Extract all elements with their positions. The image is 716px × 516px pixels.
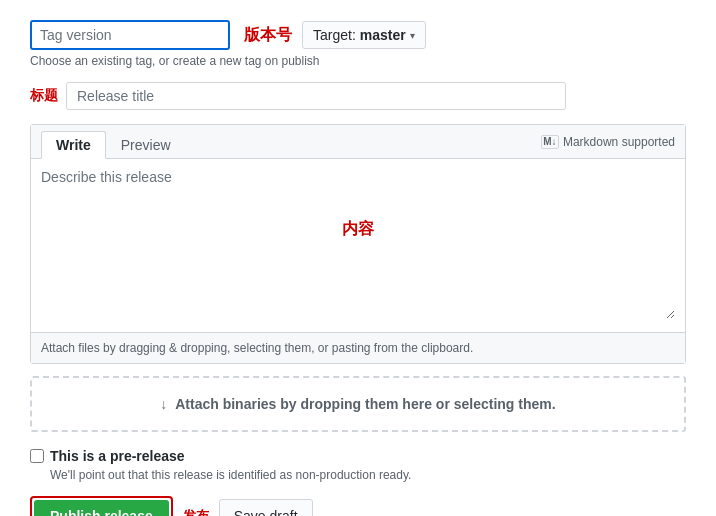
markdown-icon: M↓	[541, 135, 559, 149]
tab-write[interactable]: Write	[41, 131, 106, 159]
tag-version-input[interactable]	[30, 20, 230, 50]
pre-release-label: This is a pre-release	[50, 448, 185, 464]
release-description-textarea[interactable]	[41, 169, 675, 319]
editor-body: 内容	[31, 159, 685, 332]
target-value: master	[360, 27, 406, 43]
version-annotation: 版本号	[244, 25, 292, 46]
target-dropdown-button[interactable]: Target: master ▾	[302, 21, 426, 49]
tag-hint: Choose an existing tag, or create a new …	[30, 54, 686, 68]
pre-release-section: This is a pre-release We'll point out th…	[30, 448, 686, 482]
title-annotation: 标题	[30, 87, 58, 105]
save-draft-button[interactable]: Save draft	[219, 499, 313, 516]
editor-footer: Attach files by dragging & dropping, sel…	[31, 332, 685, 363]
pre-release-description: We'll point out that this release is ide…	[50, 468, 686, 482]
editor-tabs: Write Preview M↓ Markdown supported	[31, 125, 685, 159]
tag-row: 版本号 Target: master ▾	[30, 20, 686, 50]
attach-binaries-label: Attach binaries by dropping them here or…	[175, 396, 555, 412]
publish-release-button[interactable]: Publish release	[34, 500, 169, 516]
pre-release-row: This is a pre-release	[30, 448, 686, 464]
title-row: 标题	[30, 82, 686, 110]
markdown-badge: M↓ Markdown supported	[541, 135, 675, 149]
page-wrapper: 版本号 Target: master ▾ Choose an existing …	[30, 20, 686, 516]
pre-release-checkbox[interactable]	[30, 449, 44, 463]
target-label: Target:	[313, 27, 356, 43]
chevron-down-icon: ▾	[410, 30, 415, 41]
download-icon: ↓	[160, 396, 167, 412]
editor-section: Write Preview M↓ Markdown supported 内容 A…	[30, 124, 686, 364]
publish-button-wrapper: Publish release	[30, 496, 173, 516]
actions-row: Publish release 发布 Save draft	[30, 496, 686, 516]
markdown-label: Markdown supported	[563, 135, 675, 149]
publish-annotation: 发布	[183, 507, 209, 516]
release-title-input[interactable]	[66, 82, 566, 110]
tabs-left: Write Preview	[41, 131, 186, 152]
tab-preview[interactable]: Preview	[106, 131, 186, 159]
attach-binaries-area[interactable]: ↓ Attach binaries by dropping them here …	[30, 376, 686, 432]
